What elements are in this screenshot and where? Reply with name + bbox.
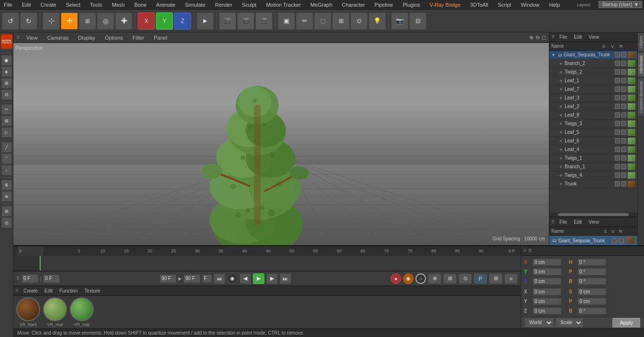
size-z-val[interactable] <box>533 307 561 315</box>
fps-input2[interactable] <box>184 274 200 283</box>
sidebar-knife-btn[interactable]: ✂ <box>1 104 12 115</box>
obj-cb-v[interactable] <box>621 95 626 100</box>
obj-list[interactable]: ▼ 🗂 Giant_Sequoia_Trunk <box>549 51 637 213</box>
mat-tab-texture[interactable]: Texture <box>83 287 102 294</box>
world-dropdown[interactable]: World Object <box>525 318 553 327</box>
menu-animate[interactable]: Animate <box>154 2 177 8</box>
nurbs-button[interactable]: ◌ <box>314 12 331 30</box>
render-view-button[interactable]: 🎬 <box>255 12 273 30</box>
skip-end-button[interactable]: ⏭ <box>280 273 291 284</box>
menu-select[interactable]: Select <box>64 2 83 8</box>
obj-cb-s[interactable] <box>615 69 620 75</box>
auto-key-button[interactable]: ○ <box>415 273 426 284</box>
current-frame-input[interactable] <box>22 274 38 283</box>
undo-button[interactable]: ↺ <box>2 12 19 30</box>
obj-item-twigs4[interactable]: ◈ Twigs_4 <box>549 171 637 180</box>
obj-item-leaf2[interactable]: ◈ Leaf_2 <box>549 102 637 111</box>
obj-cb-s[interactable] <box>615 130 620 135</box>
coord-h-val[interactable] <box>578 259 606 266</box>
menu-sculpt[interactable]: Sculpt <box>240 2 259 8</box>
size-b-val[interactable] <box>578 307 606 315</box>
rotate-tool-button[interactable]: ◎ <box>97 12 114 30</box>
obj-cb-s[interactable] <box>615 87 620 92</box>
vp-zoom-icon[interactable]: ⊕ <box>529 34 534 41</box>
sidebar-magnet-btn[interactable]: ⊛ <box>1 191 12 202</box>
menu-render[interactable]: Render <box>213 2 234 8</box>
obj-item-root[interactable]: ▼ 🗂 Giant_Sequoia_Trunk <box>549 51 637 59</box>
coord-b-val[interactable] <box>578 278 606 285</box>
menu-bone[interactable]: Bone <box>132 2 149 8</box>
obj-item-leaf7[interactable]: ◈ Leaf_7 <box>549 85 637 94</box>
menu-create[interactable]: Create <box>39 2 58 8</box>
obj-tab-edit[interactable]: Edit <box>572 33 584 41</box>
sidebar-s-btn[interactable]: S <box>1 180 12 190</box>
obj-cb-s[interactable] <box>615 181 620 186</box>
fps-input1[interactable] <box>160 274 176 283</box>
obj-cb-s[interactable] <box>615 147 620 152</box>
vp-tab-panel[interactable]: Panel <box>151 34 170 42</box>
scale-dropdown[interactable]: Scale <box>556 318 583 327</box>
obj-cb-s[interactable] <box>615 112 620 118</box>
obj-cb-s[interactable] <box>615 155 620 161</box>
axis-x-button[interactable]: X <box>138 12 155 30</box>
fps-unit[interactable] <box>202 274 212 283</box>
mat-item-leaf2[interactable]: VR_mat <box>70 297 94 327</box>
obj-tab-file[interactable]: File <box>557 33 569 41</box>
obj-cb-s[interactable] <box>615 121 620 126</box>
mat-item-bark[interactable]: VR_Bark <box>16 297 40 327</box>
menu-character[interactable]: Character <box>340 2 367 8</box>
tab-object[interactable]: Object <box>638 33 644 51</box>
render-button[interactable]: 🎬 <box>219 12 236 30</box>
obj-cb-s[interactable] <box>615 61 620 66</box>
viewport-canvas[interactable]: X Y Z Perspective Grid Spacing : 10000 c… <box>13 43 549 245</box>
obj-cb-v[interactable] <box>621 130 626 135</box>
floor-button[interactable]: ⊟ <box>409 12 426 30</box>
obj-item-twigs1[interactable]: ◈ Twigs_1 <box>549 154 637 163</box>
obj-item-leaf3[interactable]: ◈ Leaf_3 <box>549 94 637 102</box>
key3-button[interactable]: ⊞ <box>489 273 502 284</box>
coord-x-pos[interactable] <box>533 259 561 266</box>
size-s-val[interactable] <box>578 288 606 295</box>
obj-cb-v[interactable] <box>621 104 626 109</box>
light-button[interactable]: 💡 <box>369 12 386 30</box>
vp-tab-filter[interactable]: Filter <box>130 34 147 42</box>
move-tool-button[interactable]: ✛ <box>61 12 78 30</box>
size-x-val[interactable] <box>533 288 561 295</box>
vp-fit-icon[interactable]: ◻ <box>542 34 546 41</box>
scale-tool-button[interactable]: ⊞ <box>79 12 96 30</box>
menu-edit[interactable]: Edit <box>20 2 33 8</box>
obj-cb-v[interactable] <box>621 112 626 118</box>
vp-zoom-out-icon[interactable]: ⊖ <box>535 34 540 41</box>
attr-cb-v[interactable] <box>619 238 624 243</box>
obj-item-leaf4[interactable]: ◈ Leaf_4 <box>549 145 637 154</box>
camera-button[interactable]: 📷 <box>391 12 408 30</box>
mat-thumb-bark[interactable] <box>16 297 40 321</box>
attr-selected-row[interactable]: 🗂 Giant_Sequoia_Trunk <box>549 236 637 245</box>
obj-cb-s[interactable] <box>615 164 620 169</box>
obj-item-branch2[interactable]: ◈ Branch_2 <box>549 59 637 68</box>
vp-tab-view[interactable]: View <box>23 34 41 42</box>
sidebar-mesh-btn[interactable]: ⊞ <box>1 78 12 88</box>
obj-item-leaf6[interactable]: ◈ Leaf_6 <box>549 137 637 145</box>
attr-tab-edit[interactable]: Edit <box>572 218 584 226</box>
obj-item-leaf5[interactable]: ◈ Leaf_5 <box>549 128 637 137</box>
menu-3dtoall[interactable]: 3DToAll <box>468 2 490 8</box>
sidebar-move-btn[interactable]: ↕ <box>1 165 12 175</box>
motion-record-button[interactable]: ◉ <box>403 273 414 284</box>
obj-item-trunk[interactable]: ◈ Trunk <box>549 180 637 188</box>
axis-z-button[interactable]: Z <box>174 12 191 30</box>
mat-tab-edit[interactable]: Edit <box>43 287 55 294</box>
obj-cb-v[interactable] <box>621 155 626 161</box>
attr-tab-file[interactable]: File <box>557 218 569 226</box>
obj-item-leaf1[interactable]: ◈ Leaf_1 <box>549 76 637 85</box>
menu-motion-tracker[interactable]: Motion Tracker <box>264 2 303 8</box>
tab-content-browser[interactable]: Content Browser <box>638 77 644 116</box>
menu-window[interactable]: Window <box>519 2 541 8</box>
obj-cb-s[interactable] <box>615 95 620 100</box>
scene-button[interactable]: ⊙ <box>350 12 368 30</box>
add-tool-button[interactable]: ✚ <box>115 12 132 30</box>
obj-cb-v[interactable] <box>621 164 626 169</box>
deform-button[interactable]: ⊞ <box>332 12 349 30</box>
obj-cb-v[interactable] <box>621 138 626 143</box>
next-frame-button[interactable]: ▶ <box>266 273 278 284</box>
